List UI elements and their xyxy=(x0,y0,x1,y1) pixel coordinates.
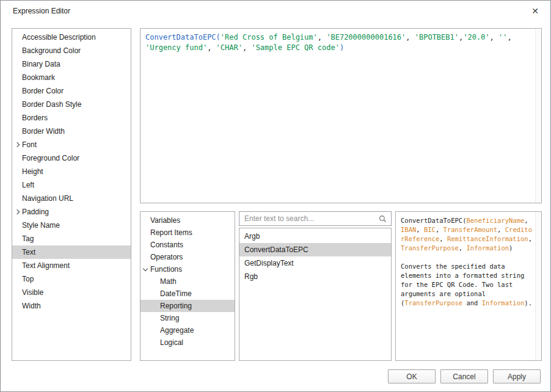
indent-spacer xyxy=(151,338,160,347)
function-item-label: Argb xyxy=(244,232,260,241)
property-item-label: Border Dash Style xyxy=(22,100,81,109)
property-item-border-dash-style[interactable]: Border Dash Style xyxy=(12,98,131,111)
category-item-label: Logical xyxy=(160,338,183,347)
property-item-width[interactable]: Width xyxy=(12,299,131,313)
property-item-label: Text Alignment xyxy=(22,261,70,270)
category-item-operators[interactable]: Operators xyxy=(140,251,235,263)
property-item-binary-data[interactable]: Binary Data xyxy=(12,57,131,71)
function-signature: ConvertDataToEPC(BeneficiaryName, IBAN, … xyxy=(401,216,533,253)
property-item-border-color[interactable]: Border Color xyxy=(12,84,131,98)
property-item-background-color[interactable]: Background Color xyxy=(12,44,131,57)
indent-spacer xyxy=(13,261,22,270)
function-list: Argb ConvertDataToEPC GetDisplayText Rgb xyxy=(239,228,392,361)
expander-right-icon[interactable] xyxy=(13,140,22,149)
property-item-tag[interactable]: Tag xyxy=(12,232,131,245)
properties-list: Accessible Description Background Color … xyxy=(12,28,131,361)
category-item-constants[interactable]: Constants xyxy=(140,239,235,251)
category-item-label: Operators xyxy=(150,253,183,261)
category-item-functions[interactable]: Functions xyxy=(140,263,235,275)
indent-spacer xyxy=(142,241,150,249)
search-input[interactable] xyxy=(244,214,379,223)
indent-spacer xyxy=(13,181,22,189)
description-scrollbar[interactable] xyxy=(535,212,541,360)
property-item-label: Border Width xyxy=(22,127,65,136)
property-item-visible[interactable]: Visible xyxy=(12,286,131,299)
property-item-label: Accessible Description xyxy=(22,33,96,42)
property-item-text[interactable]: Text xyxy=(12,245,131,259)
category-item-math[interactable]: Math xyxy=(140,275,235,288)
function-item-convertdatatoepc[interactable]: ConvertDataToEPC xyxy=(239,243,391,256)
indent-spacer xyxy=(13,33,22,42)
function-item-label: ConvertDataToEPC xyxy=(244,245,308,254)
window-title: Expression Editor xyxy=(13,7,70,15)
category-item-label: Aggregate xyxy=(160,326,194,335)
property-item-accessible-description[interactable]: Accessible Description xyxy=(12,31,131,44)
indent-spacer xyxy=(13,275,22,283)
category-item-variables[interactable]: Variables xyxy=(140,214,235,227)
editor-scrollbar[interactable] xyxy=(535,29,541,203)
property-item-label: Binary Data xyxy=(22,60,60,68)
indent-spacer xyxy=(13,154,22,162)
indent-spacer xyxy=(13,46,22,55)
property-item-padding[interactable]: Padding xyxy=(12,205,131,219)
indent-spacer xyxy=(13,73,22,82)
expander-right-icon[interactable] xyxy=(13,208,22,216)
expression-line-1: ConvertDataToEPC('Red Cross of Belgium',… xyxy=(145,32,531,43)
property-item-label: Border Color xyxy=(22,87,64,95)
property-item-label: Left xyxy=(22,181,34,189)
property-item-font[interactable]: Font xyxy=(12,138,131,151)
function-item-getdisplaytext[interactable]: GetDisplayText xyxy=(239,256,391,270)
property-item-style-name[interactable]: Style Name xyxy=(12,219,131,232)
category-item-label: String xyxy=(160,314,179,322)
function-item-rgb[interactable]: Rgb xyxy=(239,270,391,283)
indent-spacer xyxy=(13,221,22,230)
category-item-aggregate[interactable]: Aggregate xyxy=(140,324,235,336)
category-item-label: Math xyxy=(160,277,177,286)
property-item-left[interactable]: Left xyxy=(12,178,131,192)
category-item-label: DateTime xyxy=(160,289,192,298)
category-item-datetime[interactable]: DateTime xyxy=(140,288,235,300)
search-icon[interactable] xyxy=(379,215,387,223)
indent-spacer xyxy=(13,234,22,243)
property-item-label: Navigation URL xyxy=(22,194,73,203)
property-item-height[interactable]: Height xyxy=(12,165,131,178)
property-item-label: Height xyxy=(22,167,43,176)
category-item-label: Constants xyxy=(150,241,183,249)
category-item-reporting[interactable]: Reporting xyxy=(140,300,235,312)
category-item-label: Report Items xyxy=(150,228,192,237)
property-item-top[interactable]: Top xyxy=(12,272,131,286)
property-item-foreground-color[interactable]: Foreground Color xyxy=(12,151,131,165)
indent-spacer xyxy=(142,228,150,237)
indent-spacer xyxy=(13,194,22,203)
category-item-label: Functions xyxy=(150,265,182,274)
property-item-border-width[interactable]: Border Width xyxy=(12,125,131,138)
function-item-label: Rgb xyxy=(244,272,258,281)
indent-spacer xyxy=(13,248,22,256)
cancel-button[interactable]: Cancel xyxy=(440,369,488,383)
property-item-navigation-url[interactable]: Navigation URL xyxy=(12,192,131,205)
function-item-argb[interactable]: Argb xyxy=(239,230,391,243)
expander-down-icon[interactable] xyxy=(142,265,150,274)
function-item-label: GetDisplayText xyxy=(244,259,294,267)
expression-line-2: 'Urgency fund', 'CHAR', 'Sample EPC QR c… xyxy=(145,43,531,53)
indent-spacer xyxy=(142,216,150,225)
ok-button[interactable]: OK xyxy=(388,369,436,383)
category-item-report-items[interactable]: Report Items xyxy=(140,227,235,239)
indent-spacer xyxy=(13,302,22,310)
expression-editor-dialog: Expression Editor ✕ Accessible Descripti… xyxy=(0,0,551,392)
expression-code-editor[interactable]: ConvertDataToEPC('Red Cross of Belgium',… xyxy=(140,28,542,203)
property-item-text-alignment[interactable]: Text Alignment xyxy=(12,259,131,272)
indent-spacer xyxy=(13,114,22,122)
indent-spacer xyxy=(13,60,22,68)
close-icon[interactable]: ✕ xyxy=(526,3,544,19)
property-item-label: Top xyxy=(22,275,34,283)
category-item-logical[interactable]: Logical xyxy=(140,336,235,349)
property-item-bookmark[interactable]: Bookmark xyxy=(12,71,131,84)
apply-button[interactable]: Apply xyxy=(493,369,541,383)
indent-spacer xyxy=(13,288,22,297)
category-item-string[interactable]: String xyxy=(140,312,235,324)
property-item-borders[interactable]: Borders xyxy=(12,111,131,125)
category-tree: Variables Report Items Constants Operato… xyxy=(140,211,235,361)
function-search-box xyxy=(239,211,392,226)
indent-spacer xyxy=(151,326,160,335)
